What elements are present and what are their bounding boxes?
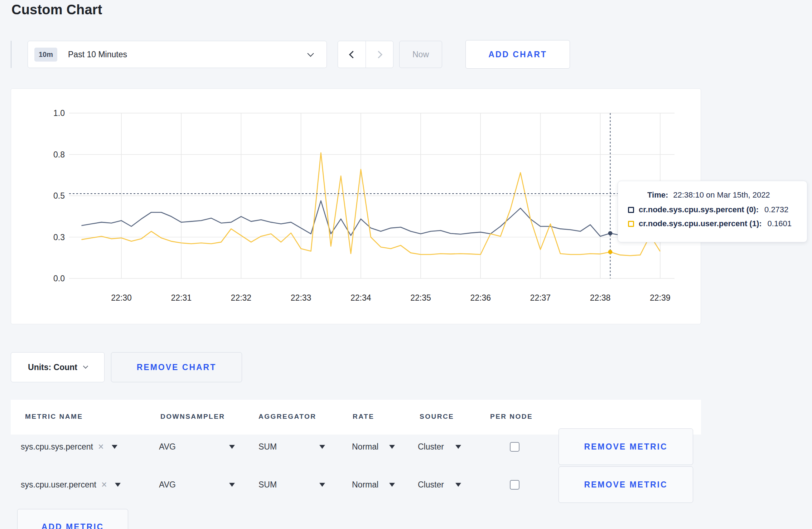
column-header-rate: RATE	[353, 413, 374, 421]
downsampler-select-value: AVG	[159, 442, 176, 452]
series-line-1	[82, 153, 660, 256]
caret-down-icon	[389, 483, 395, 487]
series-1-swatch-icon	[628, 221, 634, 227]
chevron-down-icon	[83, 364, 88, 369]
source-select-value: Cluster	[418, 442, 444, 452]
units-label: Units: Count	[28, 363, 77, 372]
x-tick-label: 22:37	[530, 293, 551, 302]
rate-select-value: Normal	[352, 480, 378, 490]
tooltip-series-1-name: cr.node.sys.cpu.user.percent (1):	[639, 219, 762, 228]
toolbar-divider	[11, 41, 11, 68]
rate-select[interactable]: Normal	[352, 466, 395, 503]
series-line-0	[82, 201, 660, 236]
add-chart-button[interactable]: ADD CHART	[465, 40, 570, 69]
column-header-aggregator: AGGREGATOR	[258, 413, 316, 421]
aggregator-select-value: SUM	[258, 442, 277, 452]
page-title: Custom Chart	[11, 2, 102, 18]
caret-down-icon	[455, 445, 461, 449]
tooltip-series-1-value: 0.1601	[768, 219, 792, 228]
y-tick-label: 1.0	[53, 108, 65, 118]
y-tick-label: 0.8	[53, 150, 65, 159]
clear-metric-icon[interactable]: ×	[101, 479, 107, 490]
caret-down-icon	[229, 445, 235, 449]
time-prev-button[interactable]	[338, 41, 366, 68]
metric-name-value: sys.cpu.user.percent	[21, 480, 96, 490]
metric-name-dropdown[interactable]: sys.cpu.user.percent×	[21, 466, 121, 503]
caret-down-icon	[319, 445, 325, 449]
x-tick-label: 22:36	[470, 293, 491, 302]
x-tick-label: 22:38	[590, 293, 611, 302]
x-tick-label: 22:33	[291, 293, 311, 302]
tooltip-series-0-name: cr.node.sys.cpu.sys.percent (0):	[639, 205, 759, 214]
remove-metric-button[interactable]: REMOVE METRIC	[559, 428, 693, 465]
time-nav-group	[338, 41, 393, 68]
column-header-source: SOURCE	[420, 413, 454, 421]
timeseries-chart[interactable]: 0.00.30.50.81.022:3022:3122:3222:3322:34…	[11, 89, 701, 324]
source-select-value: Cluster	[418, 480, 444, 490]
per-node-cell	[510, 428, 519, 465]
caret-down-icon	[112, 445, 117, 449]
per-node-checkbox[interactable]	[510, 442, 519, 452]
time-window-label: Past 10 Minutes	[68, 50, 127, 59]
rate-select-value: Normal	[352, 442, 378, 452]
per-node-checkbox[interactable]	[510, 480, 519, 490]
chart-card: 0.00.30.50.81.022:3022:3122:3222:3322:34…	[11, 88, 701, 324]
x-tick-label: 22:31	[171, 293, 192, 302]
source-select[interactable]: Cluster	[418, 428, 461, 465]
tooltip-series-0-value: 0.2732	[764, 205, 788, 214]
source-select[interactable]: Cluster	[418, 466, 461, 503]
aggregator-select[interactable]: SUM	[258, 428, 325, 465]
column-header-metric-name: METRIC NAME	[25, 413, 83, 421]
tooltip-time-label: Time:	[647, 190, 668, 199]
chart-hover-tooltip: Time:22:38:10 on Mar 15th, 2022 cr.node.…	[618, 181, 807, 242]
downsampler-select[interactable]: AVG	[159, 428, 235, 465]
units-dropdown[interactable]: Units: Count	[11, 352, 105, 382]
x-tick-label: 22:32	[231, 293, 252, 302]
metric-row: sys.cpu.user.percent×AVGSUMNormalCluster…	[0, 466, 812, 503]
rate-select[interactable]: Normal	[352, 428, 395, 465]
chevron-right-icon	[374, 50, 382, 58]
aggregator-select[interactable]: SUM	[258, 466, 325, 503]
metric-name-dropdown[interactable]: sys.cpu.sys.percent×	[21, 428, 117, 465]
now-button[interactable]: Now	[399, 41, 442, 68]
y-tick-label: 0.0	[53, 274, 65, 283]
clear-metric-icon[interactable]: ×	[98, 441, 104, 452]
chevron-left-icon	[349, 50, 357, 58]
per-node-cell	[510, 466, 519, 503]
chevron-down-icon	[307, 50, 314, 57]
caret-down-icon	[455, 483, 461, 487]
metric-row: sys.cpu.sys.percent×AVGSUMNormalClusterR…	[0, 428, 812, 465]
series-0-swatch-icon	[628, 207, 634, 213]
add-metric-button[interactable]: ADD METRIC	[17, 509, 128, 529]
hover-dot-series-0	[608, 231, 612, 236]
tooltip-time-value: 22:38:10 on Mar 15th, 2022	[673, 190, 770, 199]
x-tick-label: 22:39	[650, 293, 671, 302]
hover-dot-series-1	[608, 250, 612, 254]
caret-down-icon	[319, 483, 325, 487]
caret-down-icon	[229, 483, 235, 487]
caret-down-icon	[389, 445, 395, 449]
x-tick-label: 22:34	[351, 293, 371, 302]
column-header-per-node: PER NODE	[490, 413, 533, 421]
y-tick-label: 0.5	[53, 191, 65, 200]
remove-chart-button[interactable]: REMOVE CHART	[111, 352, 242, 382]
remove-metric-button[interactable]: REMOVE METRIC	[559, 466, 693, 503]
column-header-downsampler: DOWNSAMPLER	[160, 413, 225, 421]
time-range-dropdown[interactable]: 10m Past 10 Minutes	[28, 41, 327, 68]
time-next-button[interactable]	[366, 41, 393, 68]
caret-down-icon	[115, 483, 121, 487]
x-tick-label: 22:35	[410, 293, 431, 302]
metric-name-value: sys.cpu.sys.percent	[21, 442, 93, 452]
downsampler-select-value: AVG	[159, 480, 176, 490]
downsampler-select[interactable]: AVG	[159, 466, 235, 503]
aggregator-select-value: SUM	[258, 480, 277, 490]
time-window-badge: 10m	[34, 48, 57, 62]
x-tick-label: 22:30	[111, 293, 132, 302]
y-tick-label: 0.3	[53, 233, 65, 242]
